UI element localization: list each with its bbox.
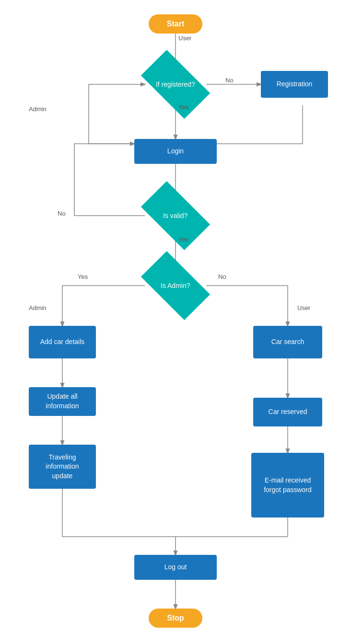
add-car-details-node: Add car details	[29, 326, 96, 358]
traveling-info-node: Traveling information update	[29, 445, 96, 489]
registration-node: Registration	[261, 71, 328, 98]
admin-label-left-col: Admin	[29, 304, 47, 311]
user-label-right-col: User	[297, 304, 310, 311]
flowchart: Start User If registered? No Yes Admin R…	[0, 0, 351, 644]
user-label-top: User	[178, 34, 191, 42]
email-forgot-node: E-mail received forgot password	[251, 453, 324, 518]
admin-label-left: Admin	[29, 105, 47, 113]
no-label-user: No	[218, 273, 226, 280]
car-search-node: Car search	[253, 326, 322, 358]
stop-node: Stop	[149, 609, 202, 628]
login-node: Login	[134, 139, 217, 164]
no-label-valid: No	[58, 210, 66, 217]
update-all-info-node: Update all information	[29, 387, 96, 416]
is-valid-node: Is valid?	[141, 181, 210, 250]
car-reserved-node: Car reserved	[253, 398, 322, 426]
yes-label-isadmin: Yes	[178, 236, 188, 243]
is-admin-node: Is Admin?	[141, 251, 210, 320]
logout-node: Log out	[134, 555, 217, 580]
yes-label-admin: Yes	[78, 273, 88, 280]
no-label-registration: No	[225, 77, 234, 84]
if-registered-node: If registered?	[141, 50, 210, 119]
yes-label-login: Yes	[178, 104, 188, 111]
start-node: Start	[149, 14, 202, 34]
